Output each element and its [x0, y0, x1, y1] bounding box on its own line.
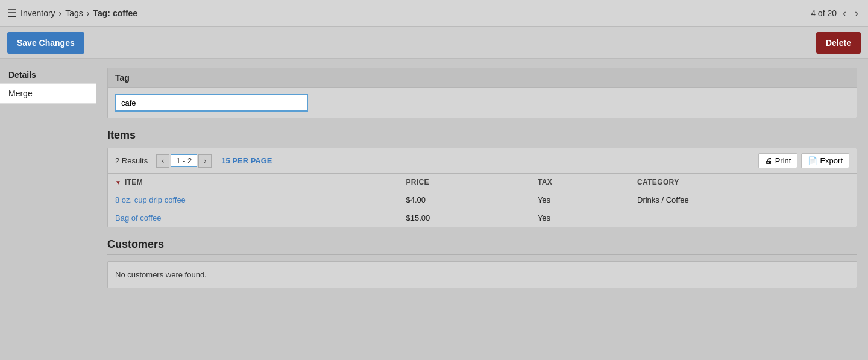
tag-input[interactable] — [115, 94, 308, 112]
next-page-button[interactable]: › — [852, 8, 861, 19]
page-nav: ‹ 1 - 2 › — [156, 154, 212, 168]
print-icon: 🖨 — [765, 156, 773, 165]
pagination-label: 4 of 20 — [811, 8, 837, 18]
item-link[interactable]: 8 oz. cup drip coffee — [115, 195, 186, 204]
customers-section: Customers No customers were found. — [107, 238, 857, 288]
per-page-link[interactable]: 15 PER PAGE — [221, 156, 272, 165]
item-price: $15.00 — [398, 209, 530, 227]
no-customers-text: No customers were found. — [115, 270, 207, 279]
delete-button[interactable]: Delete — [816, 32, 861, 54]
save-changes-button[interactable]: Save Changes — [7, 32, 84, 54]
breadcrumb-sep2: › — [87, 8, 90, 18]
items-section-title: Items — [107, 129, 857, 142]
tag-section-header: Tag — [108, 68, 857, 88]
tag-section: Tag — [107, 68, 857, 118]
prev-items-button[interactable]: ‹ — [156, 154, 169, 168]
col-price[interactable]: PRICE — [398, 174, 530, 191]
action-bar: Save Changes Delete — [0, 27, 868, 59]
sidebar: Details Merge — [0, 59, 96, 360]
sidebar-item-merge[interactable]: Merge — [0, 83, 96, 104]
items-section: Items 2 Results ‹ 1 - 2 › 15 PER PAGE 🖨 … — [107, 129, 857, 227]
main-layout: Details Merge Tag Items 2 Results ‹ 1 - … — [0, 59, 868, 360]
export-icon: 📄 — [808, 156, 817, 165]
item-category: Drinks / Coffee — [630, 191, 857, 209]
item-link[interactable]: Bag of coffee — [115, 213, 161, 223]
inventory-icon: ☰ — [7, 7, 17, 20]
col-tax[interactable]: TAX — [530, 174, 630, 191]
pagination-nav: 4 of 20 ‹ › — [811, 8, 861, 19]
toolbar-right: 🖨 Print 📄 Export — [758, 153, 849, 168]
page-range: 1 - 2 — [171, 154, 197, 167]
print-button[interactable]: 🖨 Print — [758, 153, 798, 168]
breadcrumb-inventory[interactable]: Inventory — [20, 8, 55, 18]
item-tax: Yes — [530, 209, 630, 227]
next-items-button[interactable]: › — [198, 154, 212, 168]
breadcrumb-tags[interactable]: Tags — [65, 8, 83, 18]
sort-icon: ▼ — [115, 179, 121, 186]
col-category[interactable]: CATEGORY — [630, 174, 857, 191]
breadcrumb: ☰ Inventory › Tags › Tag: coffee — [7, 7, 137, 20]
export-button[interactable]: 📄 Export — [801, 153, 849, 168]
customers-title: Customers — [107, 238, 857, 255]
prev-page-button[interactable]: ‹ — [840, 8, 849, 19]
export-label: Export — [820, 156, 843, 165]
customers-card: No customers were found. — [107, 261, 857, 288]
items-table: ▼ ITEM PRICE TAX CATEGORY 8 oz. cup drip… — [108, 174, 857, 227]
results-count: 2 Results — [115, 156, 148, 165]
sidebar-heading: Details — [0, 65, 96, 83]
col-item[interactable]: ▼ ITEM — [108, 174, 398, 191]
items-card: 2 Results ‹ 1 - 2 › 15 PER PAGE 🖨 Print — [107, 148, 857, 227]
content-area: Tag Items 2 Results ‹ 1 - 2 › 15 PER PAG… — [96, 59, 868, 360]
breadcrumb-sep1: › — [59, 8, 62, 18]
table-row: 8 oz. cup drip coffee$4.00YesDrinks / Co… — [108, 191, 857, 209]
breadcrumb-current: Tag: coffee — [93, 8, 138, 18]
item-category — [630, 209, 857, 227]
item-price: $4.00 — [398, 191, 530, 209]
tag-input-row — [115, 94, 849, 112]
items-toolbar: 2 Results ‹ 1 - 2 › 15 PER PAGE 🖨 Print — [108, 148, 857, 174]
top-bar: ☰ Inventory › Tags › Tag: coffee 4 of 20… — [0, 0, 868, 27]
table-row: Bag of coffee$15.00Yes — [108, 209, 857, 227]
item-tax: Yes — [530, 191, 630, 209]
print-label: Print — [775, 156, 791, 165]
